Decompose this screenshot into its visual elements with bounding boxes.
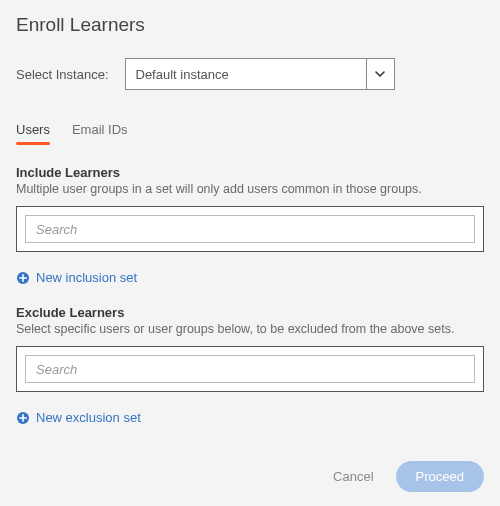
new-inclusion-set-link[interactable]: New inclusion set	[16, 270, 484, 285]
instance-selected-value: Default instance	[126, 59, 366, 89]
include-description: Multiple user groups in a set will only …	[16, 182, 484, 196]
instance-select[interactable]: Default instance	[125, 58, 395, 90]
include-heading: Include Learners	[16, 165, 484, 180]
new-inclusion-set-label: New inclusion set	[36, 270, 137, 285]
exclude-description: Select specific users or user groups bel…	[16, 322, 484, 336]
include-section: Include Learners Multiple user groups in…	[16, 165, 484, 285]
proceed-button[interactable]: Proceed	[396, 461, 484, 492]
plus-circle-icon	[16, 411, 30, 425]
new-exclusion-set-link[interactable]: New exclusion set	[16, 410, 484, 425]
exclude-search-box	[16, 346, 484, 392]
exclude-search-input[interactable]	[25, 355, 475, 383]
new-exclusion-set-label: New exclusion set	[36, 410, 141, 425]
chevron-down-icon[interactable]	[366, 59, 394, 89]
footer: Cancel Proceed	[333, 461, 484, 492]
instance-label: Select Instance:	[16, 67, 109, 82]
cancel-button[interactable]: Cancel	[333, 469, 373, 484]
tab-email-ids[interactable]: Email IDs	[72, 118, 128, 145]
exclude-section: Exclude Learners Select specific users o…	[16, 305, 484, 425]
instance-row: Select Instance: Default instance	[16, 58, 484, 90]
tabs: Users Email IDs	[16, 118, 484, 145]
plus-circle-icon	[16, 271, 30, 285]
exclude-heading: Exclude Learners	[16, 305, 484, 320]
tab-users[interactable]: Users	[16, 118, 50, 145]
include-search-box	[16, 206, 484, 252]
page-title: Enroll Learners	[16, 14, 484, 36]
include-search-input[interactable]	[25, 215, 475, 243]
